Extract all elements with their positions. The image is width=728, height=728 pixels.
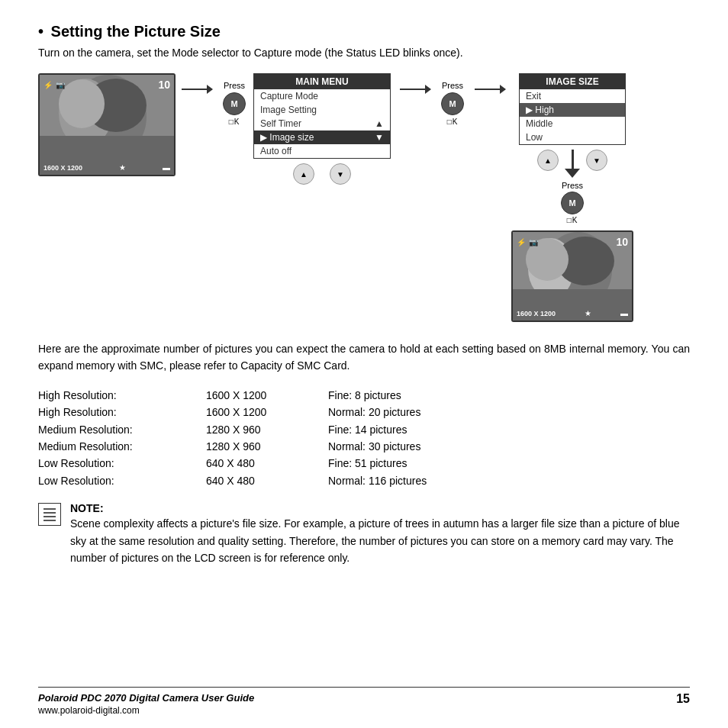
info-text: Here are the approximate number of pictu… [38, 340, 690, 375]
res-col1-2: Medium Resolution: [38, 421, 206, 438]
footer-page-number: 15 [676, 692, 690, 706]
section-title: • Setting the Picture Size [38, 23, 690, 40]
press-label-3: Press [562, 181, 583, 190]
arrow-3 [469, 89, 511, 90]
note-text: Scene complexity affects a picture's fil… [70, 517, 679, 564]
footer-left: Polaroid PDC 2070 Digital Camera User Gu… [38, 692, 254, 716]
res-row-5: Low Resolution: 640 X 480 Normal: 116 pi… [38, 472, 690, 489]
camera-icon-2: 📷 [529, 238, 538, 246]
cam-bottom-bar-2: 1600 X 1200 ★ ▬ [517, 309, 628, 317]
main-menu-header: MAIN MENU [254, 74, 390, 89]
arrow-shape-3 [475, 89, 505, 90]
menu-item-4: Auto off [254, 144, 390, 158]
cam-resolution-2: 1600 X 1200 [517, 310, 556, 317]
cam-battery-1: ▬ [163, 163, 170, 172]
press-group-1: Press M □K [223, 73, 246, 126]
res-col2-4: 640 X 480 [206, 455, 328, 472]
cam-bottom-bar-1: 1600 X 1200 ★ ▬ [43, 163, 170, 172]
note-section: NOTE: Scene complexity affects a picture… [38, 501, 690, 566]
title-text: Setting the Picture Size [51, 23, 221, 40]
arrow-shape-2 [400, 89, 430, 90]
menu-item-2-label: Self Timer [260, 118, 301, 129]
cam-star-2: ★ [585, 309, 591, 317]
diagram-area: ⚡ 📷 10 1600 X 1200 ★ ▬ Press M □K [38, 73, 690, 322]
size-item-middle: Middle [520, 117, 625, 130]
cam-number-1: 10 [158, 79, 170, 91]
press-label-2: Press [442, 81, 463, 90]
res-col3-2: Fine: 14 pictures [328, 421, 690, 438]
res-col1-0: High Resolution: [38, 387, 206, 404]
flash-icon-2: ⚡ [517, 238, 526, 246]
m-button-2[interactable]: M [441, 92, 464, 115]
note-title: NOTE: [70, 502, 104, 514]
ok-label-1: □K [229, 118, 240, 126]
cam-star-1: ★ [119, 163, 126, 172]
res-col2-0: 1600 X 1200 [206, 387, 328, 404]
cam-top-bar-2: ⚡ 📷 10 [517, 236, 628, 248]
menu-item-2-arrow: ▲ [375, 118, 384, 129]
arrow-shape-1 [182, 89, 212, 90]
press-group-2: Press M □K [441, 73, 464, 126]
menu-item-0: Capture Mode [254, 89, 390, 103]
image-size-menu: IMAGE SIZE Exit ▶ High Middle Low [519, 73, 626, 145]
down-stem [572, 150, 574, 169]
res-col3-0: Fine: 8 pictures [328, 387, 690, 404]
cam-resolution-1: 1600 X 1200 [43, 164, 82, 172]
menu-with-scroll: Capture Mode Image Setting Self Timer ▲ … [254, 89, 390, 158]
nav-down-btn[interactable]: ▼ [330, 163, 351, 185]
menu-item-3-arrow: ▼ [375, 132, 384, 143]
page-footer: Polaroid PDC 2070 Digital Camera User Gu… [38, 687, 690, 716]
res-row-1: High Resolution: 1600 X 1200 Normal: 20 … [38, 404, 690, 420]
camera-screen-1: ⚡ 📷 10 1600 X 1200 ★ ▬ [38, 73, 176, 176]
cam-top-bar-1: ⚡ 📷 10 [43, 79, 170, 91]
res-col1-4: Low Resolution: [38, 455, 206, 472]
main-menu-container: MAIN MENU Capture Mode Image Setting Sel… [253, 73, 391, 185]
menu-item-3-label: ▶ Image size [260, 132, 314, 143]
nav-up-btn[interactable]: ▲ [293, 163, 314, 185]
size-item-exit: Exit [520, 89, 625, 103]
size-item-high: ▶ High [520, 103, 625, 117]
res-col3-5: Normal: 116 pictures [328, 472, 690, 489]
res-col3-4: Fine: 51 pictures [328, 455, 690, 472]
menu-item-2: Self Timer ▲ [254, 117, 390, 130]
res-col2-2: 1280 X 960 [206, 421, 328, 438]
camera-display-1: ⚡ 📷 10 1600 X 1200 ★ ▬ [38, 73, 176, 176]
note-line-1 [43, 508, 56, 510]
cam-number-2: 10 [616, 236, 628, 248]
menu-item-3: ▶ Image size ▼ [254, 130, 390, 144]
ok-label-2: □K [447, 118, 459, 126]
res-col1-1: High Resolution: [38, 404, 206, 420]
footer-brand: Polaroid PDC 2070 Digital Camera User Gu… [38, 692, 254, 704]
flash-icon: ⚡ [43, 81, 53, 89]
res-col2-1: 1600 X 1200 [206, 404, 328, 420]
big-down-arrow [565, 150, 580, 178]
m-button-3[interactable]: M [561, 192, 584, 214]
cam-battery-2: ▬ [620, 309, 628, 317]
camera-display-2: ⚡ 📷 10 1600 X 1200 ★ ▬ [511, 230, 633, 322]
note-line-3 [43, 516, 56, 517]
right-nav-area: ▲ ▼ [537, 150, 607, 178]
main-menu-nav: ▲ ▼ [253, 163, 391, 185]
info-section: Here are the approximate number of pictu… [38, 340, 690, 375]
cam-icons-1: ⚡ 📷 [43, 81, 65, 89]
res-col3-3: Normal: 30 pictures [328, 438, 690, 455]
note-content: NOTE: Scene complexity affects a picture… [70, 501, 690, 566]
res-row-4: Low Resolution: 640 X 480 Fine: 51 pictu… [38, 455, 690, 472]
main-menu: MAIN MENU Capture Mode Image Setting Sel… [253, 73, 391, 159]
size-nav-down[interactable]: ▼ [586, 150, 607, 171]
arrow-1 [176, 89, 218, 90]
cam-icons-2: ⚡ 📷 [517, 238, 538, 246]
footer-url: www.polaroid-digital.com [38, 705, 254, 716]
bullet: • [38, 23, 43, 40]
arrow-2 [394, 89, 436, 90]
size-nav-up[interactable]: ▲ [537, 150, 559, 171]
res-col3-1: Normal: 20 pictures [328, 404, 690, 420]
press-label-1: Press [224, 81, 245, 90]
res-row-2: Medium Resolution: 1280 X 960 Fine: 14 p… [38, 421, 690, 438]
camera-icon: 📷 [56, 81, 65, 89]
res-col1-3: Medium Resolution: [38, 438, 206, 455]
resolution-table: High Resolution: 1600 X 1200 Fine: 8 pic… [38, 387, 690, 489]
note-line-4 [43, 520, 56, 521]
m-button-1[interactable]: M [223, 92, 246, 115]
right-diagram: IMAGE SIZE Exit ▶ High Middle Low ▲ ▼ Pr… [511, 73, 633, 322]
